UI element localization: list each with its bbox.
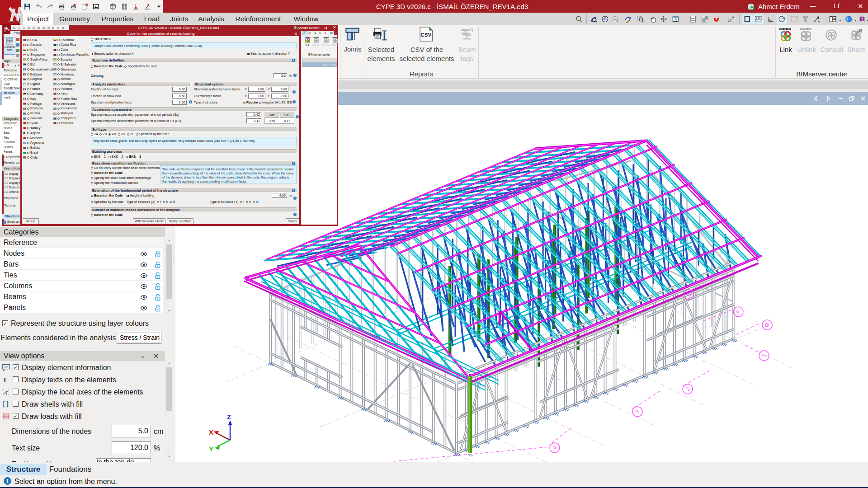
svg-text:T: T (2, 376, 7, 384)
svg-text:?: ? (861, 18, 862, 20)
svg-text:X: X (209, 428, 213, 436)
svg-text:z: z (8, 393, 9, 396)
svg-text:DWG: DWG (691, 19, 695, 22)
svg-text:1: 1 (760, 352, 768, 358)
svg-text:2: 2 (684, 386, 691, 392)
svg-text:x: x (8, 388, 9, 390)
svg-text:DXF: DXF (691, 17, 695, 19)
svg-text:Y: Y (209, 445, 213, 453)
svg-text:y: y (2, 389, 4, 391)
svg-text:CSV: CSV (420, 32, 431, 38)
svg-text:G: G (764, 322, 771, 328)
svg-text:4: 4 (551, 445, 558, 450)
svg-text:x2: x2 (613, 18, 617, 20)
svg-text:1.00: 1.00 (756, 17, 760, 19)
svg-text:3: 3 (634, 408, 641, 414)
svg-text:F: F (735, 309, 742, 314)
svg-text:Z: Z (227, 413, 231, 421)
